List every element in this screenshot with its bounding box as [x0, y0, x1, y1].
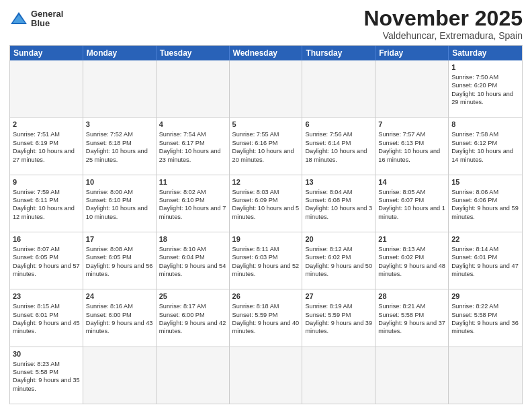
calendar-cell: 3Sunrise: 7:52 AM Sunset: 6:18 PM Daylig…: [83, 118, 157, 174]
title-area: November 2025 Valdehuncar, Extremadura, …: [363, 7, 523, 41]
cell-info: Sunrise: 8:04 AM Sunset: 6:08 PM Dayligh…: [305, 189, 373, 220]
month-title: November 2025: [363, 7, 523, 30]
calendar-cell: 4Sunrise: 7:54 AM Sunset: 6:17 PM Daylig…: [157, 118, 230, 174]
calendar-cell: 30Sunrise: 8:23 AM Sunset: 5:58 PM Dayli…: [10, 347, 83, 404]
calendar-cell: [83, 347, 157, 404]
day-number: 10: [86, 177, 153, 187]
cell-info: Sunrise: 8:11 AM Sunset: 6:03 PM Dayligh…: [232, 246, 301, 277]
cell-info: Sunrise: 7:58 AM Sunset: 6:12 PM Dayligh…: [451, 131, 515, 163]
calendar-cell: 28Sunrise: 8:21 AM Sunset: 5:58 PM Dayli…: [375, 289, 449, 346]
cell-info: Sunrise: 8:21 AM Sunset: 5:58 PM Dayligh…: [378, 303, 447, 334]
calendar-cell: 29Sunrise: 8:22 AM Sunset: 5:58 PM Dayli…: [449, 289, 522, 346]
logo-blue: Blue: [31, 18, 50, 28]
calendar-cell: [375, 60, 449, 117]
day-number: 5: [232, 120, 300, 130]
cell-info: Sunrise: 7:50 AM Sunset: 6:20 PM Dayligh…: [451, 74, 515, 105]
calendar-cell: 19Sunrise: 8:11 AM Sunset: 6:03 PM Dayli…: [230, 232, 303, 289]
calendar: SundayMondayTuesdayWednesdayThursdayFrid…: [9, 45, 523, 404]
cell-info: Sunrise: 8:02 AM Sunset: 6:10 PM Dayligh…: [159, 189, 228, 220]
calendar-cell: 15Sunrise: 8:06 AM Sunset: 6:06 PM Dayli…: [449, 175, 522, 232]
cell-info: Sunrise: 8:12 AM Sunset: 6:02 PM Dayligh…: [305, 246, 373, 277]
page: General Blue November 2025 Valdehuncar, …: [0, 0, 532, 411]
calendar-cell: [375, 347, 449, 404]
calendar-cell: [10, 60, 83, 117]
cell-info: Sunrise: 7:55 AM Sunset: 6:16 PM Dayligh…: [232, 131, 296, 163]
calendar-cell: 13Sunrise: 8:04 AM Sunset: 6:08 PM Dayli…: [302, 175, 375, 232]
cell-info: Sunrise: 7:56 AM Sunset: 6:14 PM Dayligh…: [305, 131, 369, 163]
header-day-saturday: Saturday: [449, 46, 522, 60]
calendar-cell: [302, 347, 375, 404]
header-day-tuesday: Tuesday: [157, 46, 230, 60]
day-number: 25: [159, 291, 226, 302]
day-number: 13: [305, 177, 372, 187]
day-number: 1: [451, 62, 519, 73]
calendar-cell: 16Sunrise: 8:07 AM Sunset: 6:05 PM Dayli…: [10, 232, 83, 289]
day-number: 11: [159, 177, 226, 187]
calendar-cell: 5Sunrise: 7:55 AM Sunset: 6:16 PM Daylig…: [230, 118, 303, 174]
calendar-row-5: 30Sunrise: 8:23 AM Sunset: 5:58 PM Dayli…: [10, 347, 522, 404]
calendar-cell: 9Sunrise: 7:59 AM Sunset: 6:11 PM Daylig…: [10, 175, 83, 232]
calendar-cell: 27Sunrise: 8:19 AM Sunset: 5:59 PM Dayli…: [302, 289, 375, 346]
cell-info: Sunrise: 8:13 AM Sunset: 6:02 PM Dayligh…: [378, 246, 447, 277]
cell-info: Sunrise: 8:17 AM Sunset: 6:00 PM Dayligh…: [159, 303, 228, 334]
calendar-cell: 10Sunrise: 8:00 AM Sunset: 6:10 PM Dayli…: [83, 175, 157, 232]
day-number: 3: [86, 120, 153, 130]
cell-info: Sunrise: 8:16 AM Sunset: 6:00 PM Dayligh…: [86, 303, 154, 334]
logo: General Blue: [9, 9, 63, 29]
day-number: 23: [13, 291, 80, 302]
cell-info: Sunrise: 8:07 AM Sunset: 6:05 PM Dayligh…: [13, 246, 81, 277]
day-number: 18: [159, 234, 226, 244]
day-number: 17: [86, 234, 153, 244]
calendar-cell: 14Sunrise: 8:05 AM Sunset: 6:07 PM Dayli…: [375, 175, 449, 232]
logo-general: General: [31, 9, 63, 19]
cell-info: Sunrise: 8:05 AM Sunset: 6:07 PM Dayligh…: [378, 189, 447, 220]
calendar-cell: 18Sunrise: 8:10 AM Sunset: 6:04 PM Dayli…: [157, 232, 230, 289]
calendar-cell: 21Sunrise: 8:13 AM Sunset: 6:02 PM Dayli…: [375, 232, 449, 289]
header: General Blue November 2025 Valdehuncar, …: [9, 7, 523, 41]
header-day-monday: Monday: [83, 46, 157, 60]
header-day-sunday: Sunday: [10, 46, 83, 60]
day-number: 9: [13, 177, 80, 187]
calendar-cell: 25Sunrise: 8:17 AM Sunset: 6:00 PM Dayli…: [157, 289, 230, 346]
calendar-cell: 26Sunrise: 8:18 AM Sunset: 5:59 PM Dayli…: [230, 289, 303, 346]
day-number: 7: [378, 120, 445, 130]
day-number: 14: [378, 177, 445, 187]
cell-info: Sunrise: 8:06 AM Sunset: 6:06 PM Dayligh…: [451, 189, 520, 220]
cell-info: Sunrise: 8:22 AM Sunset: 5:58 PM Dayligh…: [451, 303, 520, 334]
day-number: 27: [305, 291, 372, 302]
day-number: 12: [232, 177, 300, 187]
cell-info: Sunrise: 8:19 AM Sunset: 5:59 PM Dayligh…: [305, 303, 373, 334]
cell-info: Sunrise: 8:08 AM Sunset: 6:05 PM Dayligh…: [86, 246, 154, 277]
header-day-friday: Friday: [375, 46, 449, 60]
day-number: 29: [451, 291, 519, 302]
calendar-row-2: 9Sunrise: 7:59 AM Sunset: 6:11 PM Daylig…: [10, 175, 522, 232]
day-number: 16: [13, 234, 80, 244]
calendar-cell: 24Sunrise: 8:16 AM Sunset: 6:00 PM Dayli…: [83, 289, 157, 346]
cell-info: Sunrise: 7:54 AM Sunset: 6:17 PM Dayligh…: [159, 131, 223, 163]
calendar-cell: 23Sunrise: 8:15 AM Sunset: 6:01 PM Dayli…: [10, 289, 83, 346]
day-number: 28: [378, 291, 445, 302]
calendar-cell: [230, 60, 303, 117]
calendar-row-4: 23Sunrise: 8:15 AM Sunset: 6:01 PM Dayli…: [10, 289, 522, 346]
calendar-cell: 12Sunrise: 8:03 AM Sunset: 6:09 PM Dayli…: [230, 175, 303, 232]
day-number: 8: [451, 120, 519, 130]
cell-info: Sunrise: 8:03 AM Sunset: 6:09 PM Dayligh…: [232, 189, 301, 220]
calendar-cell: [157, 60, 230, 117]
calendar-cell: 7Sunrise: 7:57 AM Sunset: 6:13 PM Daylig…: [375, 118, 449, 174]
calendar-cell: 1Sunrise: 7:50 AM Sunset: 6:20 PM Daylig…: [449, 60, 522, 117]
header-day-thursday: Thursday: [302, 46, 375, 60]
day-number: 19: [232, 234, 300, 244]
calendar-cell: 17Sunrise: 8:08 AM Sunset: 6:05 PM Dayli…: [83, 232, 157, 289]
cell-info: Sunrise: 7:59 AM Sunset: 6:11 PM Dayligh…: [13, 189, 77, 220]
header-day-wednesday: Wednesday: [230, 46, 303, 60]
calendar-cell: [230, 347, 303, 404]
calendar-cell: 8Sunrise: 7:58 AM Sunset: 6:12 PM Daylig…: [449, 118, 522, 174]
cell-info: Sunrise: 8:23 AM Sunset: 5:58 PM Dayligh…: [13, 361, 81, 392]
calendar-cell: 2Sunrise: 7:51 AM Sunset: 6:19 PM Daylig…: [10, 118, 83, 174]
calendar-cell: 22Sunrise: 8:14 AM Sunset: 6:01 PM Dayli…: [449, 232, 522, 289]
day-number: 20: [305, 234, 372, 244]
calendar-cell: 6Sunrise: 7:56 AM Sunset: 6:14 PM Daylig…: [302, 118, 375, 174]
calendar-cell: [302, 60, 375, 117]
day-number: 24: [86, 291, 153, 302]
calendar-cell: 11Sunrise: 8:02 AM Sunset: 6:10 PM Dayli…: [157, 175, 230, 232]
